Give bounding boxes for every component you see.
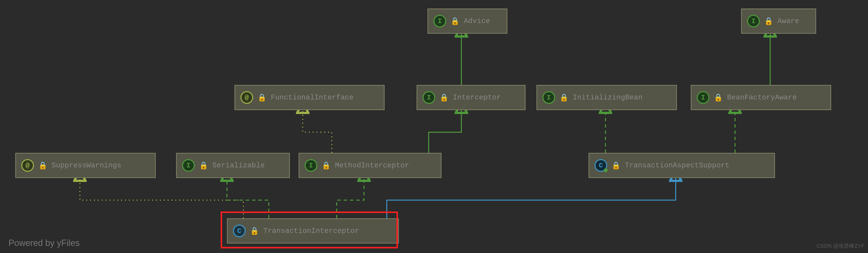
- edge-txInterceptor-to-txAspect: [387, 172, 676, 218]
- node-label: MethodInterceptor: [335, 161, 409, 170]
- node-interceptor[interactable]: I🔒Interceptor: [416, 85, 526, 110]
- node-label: Aware: [777, 17, 799, 25]
- node-initBean[interactable]: I🔒InitializingBean: [536, 85, 677, 110]
- node-label: FunctionalInterface: [271, 93, 353, 102]
- node-label: TransactionAspectSupport: [625, 161, 730, 170]
- node-advice[interactable]: I🔒Advice: [428, 8, 507, 34]
- lock-icon: 🔒: [199, 161, 208, 170]
- highlight-box: [221, 212, 398, 248]
- interface-badge-icon: I: [697, 91, 709, 104]
- node-label: Serializable: [212, 161, 265, 170]
- node-funcIf[interactable]: @🔒FunctionalInterface: [235, 85, 384, 110]
- node-aware[interactable]: I🔒Aware: [741, 8, 816, 34]
- node-label: SuppressWarnings: [52, 161, 121, 170]
- lock-icon: 🔒: [257, 93, 267, 102]
- class-badge-icon: C: [595, 159, 607, 172]
- interface-badge-icon: I: [305, 159, 317, 172]
- node-label: InitializingBean: [573, 93, 643, 102]
- interface-badge-icon: I: [182, 159, 195, 172]
- annotation-badge-icon: @: [21, 159, 34, 172]
- node-label: Advice: [464, 17, 490, 25]
- node-methodInt[interactable]: I🔒MethodInterceptor: [299, 153, 441, 178]
- node-suppress[interactable]: @🔒SuppressWarnings: [15, 153, 156, 178]
- interface-badge-icon: I: [423, 91, 435, 104]
- lock-icon: 🔒: [440, 93, 448, 102]
- edge-txInterceptor-to-suppress: [80, 172, 243, 218]
- lock-icon: 🔒: [714, 93, 723, 102]
- watermark-yfiles: Powered by yFiles: [8, 238, 80, 248]
- lock-icon: 🔒: [451, 17, 459, 26]
- interface-badge-icon: I: [747, 15, 760, 27]
- node-beanFactAware[interactable]: I🔒BeanFactoryAware: [691, 85, 831, 110]
- node-label: Interceptor: [453, 93, 501, 102]
- interface-badge-icon: I: [434, 15, 446, 27]
- watermark-csdn: CSDN @张彦峰ZYF: [817, 242, 865, 250]
- node-label: BeanFactoryAware: [727, 93, 797, 102]
- edges-layer: [0, 0, 868, 253]
- lock-icon: 🔒: [38, 161, 47, 170]
- edge-methodInt-to-funcIf: [303, 104, 332, 153]
- lock-icon: 🔒: [559, 93, 568, 102]
- node-txAspect[interactable]: C🔒TransactionAspectSupport: [589, 153, 775, 178]
- edge-methodInt-to-interceptor: [429, 104, 461, 153]
- annotation-badge-icon: @: [241, 91, 253, 104]
- lock-icon: 🔒: [764, 17, 773, 26]
- lock-icon: 🔒: [321, 161, 331, 170]
- lock-icon: 🔒: [612, 161, 620, 170]
- diagram-canvas: I🔒AdviceI🔒Aware@🔒FunctionalInterfaceI🔒In…: [0, 0, 868, 253]
- node-serializable[interactable]: I🔒Serializable: [176, 153, 290, 178]
- interface-badge-icon: I: [542, 91, 555, 104]
